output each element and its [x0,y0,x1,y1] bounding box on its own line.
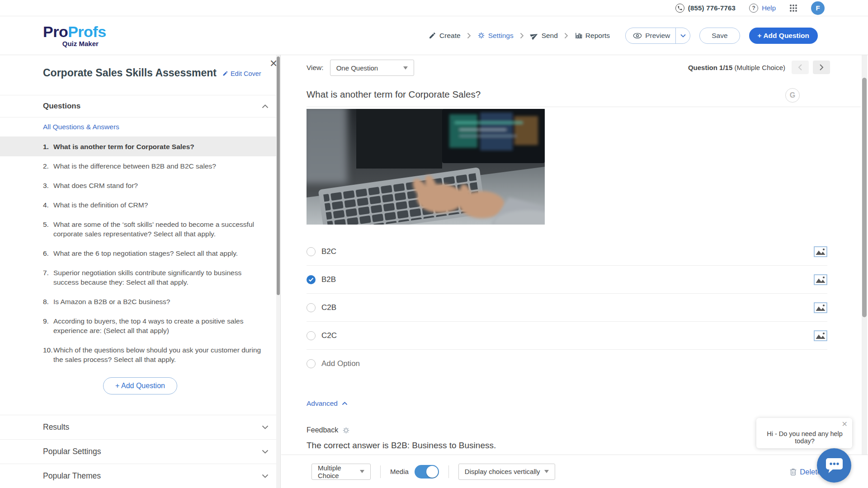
sidebar-scrollbar[interactable] [276,55,280,488]
help-link[interactable]: ? Help [749,4,776,13]
proprofs-logo[interactable]: ProProfs Quiz Maker [43,24,106,47]
question-text: What is another term for Corporate Sales… [53,142,194,151]
question-counter-number: Question 1/15 [688,64,732,71]
sidebar-question-1[interactable]: 1. What is another term for Corporate Sa… [0,137,280,156]
image-icon[interactable] [814,330,827,341]
phone-number: (855) 776-7763 [688,4,736,12]
header-right-group: Create Settings Send [429,28,818,44]
option-row-b2b: B2B [307,266,827,294]
option-label[interactable]: C2B [321,303,336,312]
nav-reports[interactable]: Reports [575,32,610,40]
option-row-c2b: C2B [307,294,827,322]
section-popular-settings[interactable]: Popular Settings [0,439,280,464]
help-label: Help [762,4,776,12]
divider [307,107,861,107]
grammar-check-icon[interactable]: G [785,88,800,103]
sidebar-question-3[interactable]: 3. What does CRM stand for? [0,176,280,195]
trash-icon [790,468,797,475]
preview-button[interactable]: Preview [626,28,675,43]
bar-chart-icon [575,32,582,39]
save-button[interactable]: Save [699,28,740,44]
questions-section-header[interactable]: Questions [0,95,280,117]
sidebar-question-5[interactable]: 5. What are some of the ‘soft skills’ ne… [0,215,280,244]
apps-grid-button[interactable] [789,4,797,12]
radio-unselected-icon[interactable] [307,331,316,340]
edit-cover-label: Edit Cover [231,70,261,77]
image-icon[interactable] [814,274,827,285]
chevron-up-icon [262,104,269,108]
laptop-photo-illustration [307,109,545,225]
radio-selected-icon[interactable] [307,275,316,284]
gear-icon[interactable] [342,427,350,434]
option-label[interactable]: C2C [321,331,337,340]
sidebar-question-10[interactable]: 10. Which of the questions below should … [0,340,280,369]
question-text: Superior negotiation skills contribute s… [53,268,262,287]
divider [380,465,381,478]
feedback-text[interactable]: The correct answer is B2B: Business to B… [307,441,496,450]
option-label[interactable]: B2C [321,247,336,256]
chat-tooltip: ✕ Hi - Do you need any help today? [756,418,852,448]
chevron-right-icon [520,33,524,39]
quiz-title-row: Corporate Sales Skills Assessment Edit C… [43,67,261,79]
phone-contact[interactable]: (855) 776-7763 [675,4,736,13]
chat-bubble-icon [825,457,844,474]
image-icon[interactable] [814,246,827,257]
close-icon[interactable]: ✕ [842,420,848,428]
media-label: Media [390,468,409,475]
question-number: 7. [43,268,53,287]
preview-dropdown-button[interactable] [675,28,690,43]
nav-settings[interactable]: Settings [477,32,514,40]
user-avatar[interactable]: F [811,1,825,15]
sidebar-question-4[interactable]: 4. What is the definition of CRM? [0,195,280,215]
question-text: What is the definition of CRM? [53,200,148,210]
all-questions-link[interactable]: All Questions & Answers [0,117,280,137]
radio-unselected-icon[interactable] [307,303,316,312]
main-scrollbar[interactable] [862,55,867,455]
sidebar-question-9[interactable]: 9. According to buyers, the top 4 ways t… [0,311,280,340]
sidebar-question-6[interactable]: 6. What are the 6 top negotiation stages… [0,244,280,263]
question-type-select[interactable]: Multiple Choice [311,464,371,480]
next-question-button[interactable] [813,61,830,74]
advanced-toggle[interactable]: Advanced [307,399,348,408]
popular-settings-label: Popular Settings [43,447,101,456]
question-type-value: Multiple Choice [318,464,360,479]
previous-question-button[interactable] [792,61,809,74]
section-results[interactable]: Results [0,415,280,439]
radio-unselected-icon [307,359,316,368]
scrollbar-thumb[interactable] [862,78,867,317]
question-number: 8. [43,297,53,306]
delete-question-button[interactable]: Delete [790,467,821,476]
radio-unselected-icon[interactable] [307,247,316,256]
add-question-button[interactable]: + Add Question [749,28,818,44]
display-choices-select[interactable]: Display choices vertically [458,464,555,480]
toggle-knob [426,466,438,478]
add-option-row[interactable]: Add Option [307,350,827,378]
divider [448,465,449,478]
logo-pro-text: Pro [43,23,68,40]
scrollbar-thumb[interactable] [277,56,280,295]
nav-send-label: Send [542,32,558,40]
media-toggle[interactable] [415,465,439,479]
chat-bubble-button[interactable] [817,448,851,483]
nav-send[interactable]: Send [530,32,558,40]
question-number: 5. [43,220,53,239]
option-label[interactable]: B2B [321,275,336,284]
question-image[interactable] [307,109,545,225]
nav-settings-label: Settings [488,32,514,40]
sidebar-add-question-button[interactable]: + Add Question [103,377,177,394]
question-number: 4. [43,200,53,210]
add-option-label[interactable]: Add Option [321,359,360,368]
section-popular-themes[interactable]: Popular Themes [0,464,280,488]
image-icon[interactable] [814,302,827,313]
chevron-right-icon [564,33,568,39]
sidebar-question-8[interactable]: 8. Is Amazon a B2B or a B2C business? [0,292,280,311]
sidebar-question-2[interactable]: 2. What is the difference between B2B an… [0,156,280,176]
question-pager: Question 1/15 (Multiple Choice) [688,61,830,74]
nav-create[interactable]: Create [429,32,461,40]
edit-cover-link[interactable]: Edit Cover [222,70,261,77]
question-title[interactable]: What is another term for Corporate Sales… [307,89,481,100]
option-row-b2c: B2C [307,238,827,266]
view-select[interactable]: One Question [330,60,414,76]
sidebar-question-7[interactable]: 7. Superior negotiation skills contribut… [0,263,280,292]
question-list: All Questions & Answers 1. What is anoth… [0,117,280,394]
